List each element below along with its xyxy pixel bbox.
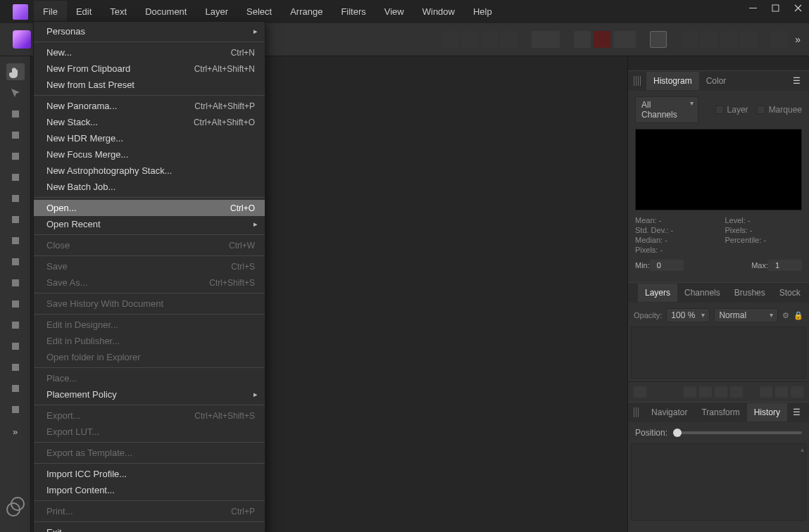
tab-histogram[interactable]: Histogram xyxy=(646,72,699,90)
layer-mask-button[interactable] xyxy=(684,386,696,398)
file-menu-new-hdr-merge[interactable]: New HDR Merge... xyxy=(34,130,265,146)
dodge-tool[interactable] xyxy=(6,274,25,291)
swatch-fg-bg[interactable] xyxy=(6,497,25,518)
maximize-button[interactable] xyxy=(764,0,786,15)
blur-tool[interactable] xyxy=(6,338,25,355)
layer-delete-button[interactable] xyxy=(791,386,803,398)
opacity-dropdown[interactable]: 100 % xyxy=(666,308,710,322)
smudge-tool[interactable] xyxy=(6,317,25,334)
paint-brush-tool[interactable] xyxy=(6,148,25,165)
toolbar-button[interactable] xyxy=(720,31,737,48)
crop-tool[interactable] xyxy=(6,127,25,144)
menu-layer[interactable]: Layer xyxy=(196,1,237,23)
color-picker-tool[interactable] xyxy=(6,401,25,418)
toolbar-button[interactable] xyxy=(461,31,478,48)
tab-navigator[interactable]: Navigator xyxy=(644,403,694,422)
tab-stock[interactable]: Stock xyxy=(772,284,808,302)
tab-channels[interactable]: Channels xyxy=(677,284,727,302)
blend-dropdown[interactable]: Normal xyxy=(714,308,778,322)
layer-add-button[interactable] xyxy=(760,386,772,398)
file-menu-new-panorama[interactable]: New Panorama...Ctrl+Alt+Shift+P xyxy=(34,98,265,114)
file-menu-new-from-clipboard[interactable]: New From ClipboardCtrl+Alt+Shift+N xyxy=(34,61,265,77)
assistant-icon[interactable] xyxy=(650,31,667,48)
tab-color[interactable]: Color xyxy=(699,72,734,90)
file-menu-new-astrophotography-stack[interactable]: New Astrophotography Stack... xyxy=(34,163,265,179)
file-menu-open[interactable]: Open...Ctrl+O xyxy=(34,200,265,216)
lock-icon[interactable]: 🔒 xyxy=(794,311,803,320)
marquee-tool[interactable] xyxy=(6,169,25,186)
file-menu-personas[interactable]: Personas xyxy=(34,23,265,39)
gradient-tool[interactable] xyxy=(6,296,25,312)
file-menu-new[interactable]: New...Ctrl+N xyxy=(34,44,265,61)
panel-menu-icon[interactable]: ☰ xyxy=(787,407,806,417)
toolbar-button[interactable] xyxy=(441,31,458,48)
toolbar-dropdown[interactable] xyxy=(532,31,560,48)
layer-adjust-button[interactable] xyxy=(699,386,712,398)
menu-document[interactable]: Document xyxy=(136,1,196,23)
file-menu-new-batch-job[interactable]: New Batch Job... xyxy=(34,179,265,195)
layer-group-button[interactable] xyxy=(775,386,788,398)
menu-filters[interactable]: Filters xyxy=(332,1,375,23)
layers-list[interactable] xyxy=(631,327,806,379)
toolbar-button[interactable] xyxy=(594,31,610,48)
toolbar-overflow-icon[interactable]: » xyxy=(795,34,801,45)
sponge-tool[interactable] xyxy=(6,359,25,376)
history-list[interactable]: ▴ xyxy=(631,443,806,521)
tool-overflow-icon[interactable]: » xyxy=(13,426,18,437)
menu-help[interactable]: Help xyxy=(464,1,501,23)
layer-live-button[interactable] xyxy=(730,386,743,398)
min-input[interactable]: 0 xyxy=(650,260,684,271)
panel-menu-icon[interactable]: ☰ xyxy=(787,76,806,86)
position-slider[interactable] xyxy=(673,431,802,434)
gear-icon[interactable]: ⚙ xyxy=(782,311,789,320)
move-tool[interactable] xyxy=(6,84,25,101)
max-input[interactable]: 1 xyxy=(768,260,802,271)
toolbar-button[interactable] xyxy=(481,31,498,48)
tab-history[interactable]: History xyxy=(747,403,787,422)
file-menu-new-stack[interactable]: New Stack...Ctrl+Alt+Shift+O xyxy=(34,114,265,130)
clone-tool[interactable] xyxy=(6,232,25,249)
scroll-up-icon[interactable]: ▴ xyxy=(801,445,804,453)
close-button[interactable] xyxy=(786,0,809,15)
tab-layers[interactable]: Layers xyxy=(638,284,677,302)
minimize-button[interactable] xyxy=(741,0,764,15)
toolbar-button[interactable] xyxy=(701,31,717,48)
toolbar-button[interactable] xyxy=(501,31,518,48)
selection-brush-tool[interactable] xyxy=(6,106,25,122)
menu-view[interactable]: View xyxy=(375,1,413,23)
layer-checkbox[interactable] xyxy=(715,106,724,114)
toolbar-button[interactable] xyxy=(681,31,698,48)
erase-tool[interactable] xyxy=(6,253,25,270)
file-menu-import-content[interactable]: Import Content... xyxy=(34,482,265,498)
menu-window[interactable]: Window xyxy=(413,1,464,23)
flood-select-tool[interactable] xyxy=(6,190,25,207)
file-menu-new-focus-merge[interactable]: New Focus Merge... xyxy=(34,146,265,163)
file-menu-placement-policy[interactable]: Placement Policy xyxy=(34,386,265,403)
hand-tool[interactable] xyxy=(6,63,25,80)
menu-edit[interactable]: Edit xyxy=(67,1,101,23)
menu-text[interactable]: Text xyxy=(101,1,136,23)
layer-fx-button[interactable] xyxy=(715,386,727,398)
tool-column: » xyxy=(0,56,31,532)
marquee-checkbox[interactable] xyxy=(757,106,765,114)
layer-misc-button[interactable] xyxy=(634,386,646,398)
menu-arrange[interactable]: Arrange xyxy=(281,1,332,23)
file-menu-exit[interactable]: Exit xyxy=(34,524,265,532)
tab-brushes[interactable]: Brushes xyxy=(727,284,772,302)
file-menu-import-icc-profile[interactable]: Import ICC Profile... xyxy=(34,466,265,482)
menu-select[interactable]: Select xyxy=(237,1,281,23)
heal-brush-tool[interactable] xyxy=(6,211,25,228)
toolbar-button[interactable] xyxy=(574,31,591,48)
panel-drag-handle[interactable] xyxy=(634,407,640,417)
zoom-tool[interactable] xyxy=(6,380,25,397)
slider-thumb[interactable] xyxy=(673,429,682,437)
tab-transform[interactable]: Transform xyxy=(694,403,746,422)
toolbar-dropdown[interactable] xyxy=(613,31,636,48)
toolbar-button[interactable] xyxy=(771,31,788,48)
file-menu-new-from-last-preset[interactable]: New from Last Preset xyxy=(34,77,265,93)
channels-dropdown[interactable]: All Channels xyxy=(635,96,698,123)
file-menu-open-recent[interactable]: Open Recent xyxy=(34,216,265,232)
toolbar-button[interactable] xyxy=(740,31,757,48)
panel-drag-handle[interactable] xyxy=(634,76,642,86)
menu-file[interactable]: File xyxy=(34,1,67,23)
